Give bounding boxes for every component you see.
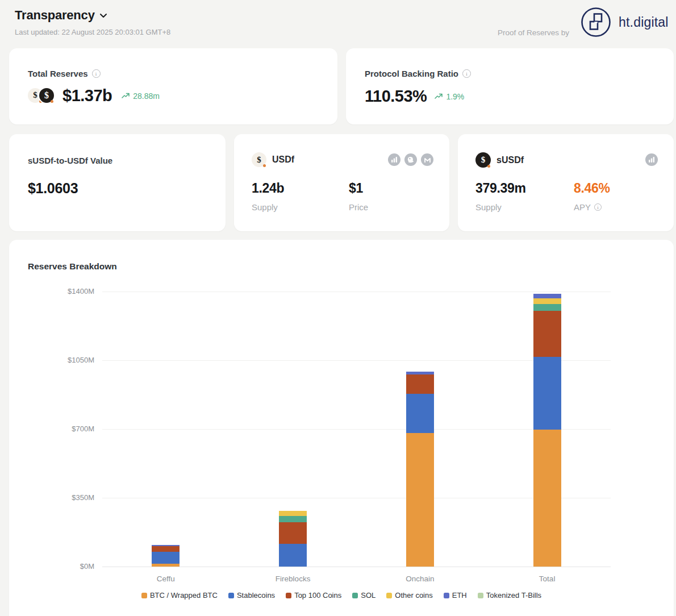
bar-segment-eth [533,294,561,298]
usdf-price-value: $1 [349,181,363,196]
legend-item-tokenized-t-bills[interactable]: Tokenized T-Bills [478,591,541,600]
bar-segment-sol [533,304,561,311]
bar-segment-top-100-coins [406,374,434,394]
reserves-breakdown-card [9,240,674,616]
total-reserves-card: Total Reserves $1.37b 28.88m [9,48,337,124]
usdf-token-label: USDf [272,155,294,165]
bar-segment-btc-wrapped-btc [152,564,180,567]
chevron-down-icon [99,13,107,18]
chart-title: Reserves Breakdown [28,261,117,272]
total-reserves-label: Total Reserves [28,69,88,78]
y-axis-tick-label: $0M [43,562,94,571]
legend-label: BTC / Wrapped BTC [150,591,218,600]
transparency-page: Transparency Last updated: 22 August 202… [0,0,676,616]
stacked-bar-fireblocks[interactable] [279,511,307,567]
usdf-price-label: Price [349,202,368,212]
bar-segment-top-100-coins [279,522,307,544]
backing-ratio-card: Protocol Backing Ratio 110.53% 1.9% [346,48,674,124]
legend-label: Tokenized T-Bills [486,591,541,600]
analytics-link-icon[interactable] [645,153,658,166]
legend-swatch [478,593,483,598]
trend-up-icon [122,93,130,99]
legend-swatch [286,593,291,598]
legend-label: Stablecoins [237,591,275,600]
susdf-coin-icon [38,87,55,104]
legend-label: ETH [452,591,467,600]
y-axis-tick-label: $1050M [43,356,94,364]
susdf-coin-icon [475,152,491,168]
usdf-supply-value: 1.24b [252,181,284,196]
legend-item-sol[interactable]: SOL [352,591,375,600]
bar-segment-top-100-coins [533,311,561,357]
info-icon[interactable] [92,69,101,78]
backing-ratio-label: Protocol Backing Ratio [365,69,458,78]
legend-item-btc-wrapped-btc[interactable]: BTC / Wrapped BTC [141,591,218,600]
legend-swatch [228,593,234,598]
legend-item-stablecoins[interactable]: Stablecoins [228,591,275,600]
analytics-link-icon[interactable] [388,153,400,166]
legend-label: SOL [361,591,375,600]
info-icon[interactable] [462,69,471,78]
backing-ratio-change: 1.9% [446,92,464,101]
susdf-to-usdf-card: sUSDf-to-USDf Value $1.0603 [9,134,226,231]
usdf-supply-label: Supply [252,202,278,212]
coinmarketcap-link-icon[interactable] [421,153,433,166]
last-updated-text: Last updated: 22 August 2025 20:03:01 GM… [15,28,170,36]
page-title: Transparency [15,8,95,23]
x-axis-category-label: Fireblocks [276,575,311,583]
susdf-supply-value: 379.39m [475,181,526,196]
stacked-bar-ceffu[interactable] [152,545,180,567]
ht-digital-logo-icon [581,7,611,38]
susdf-card: sUSDf 379.39m Supply 8.46% APY [458,134,674,231]
bar-segment-sol [279,516,307,522]
susdf-token-label: sUSDf [496,155,524,165]
proof-of-reserves-text: Proof of Reserves by [498,28,569,37]
stacked-bar-total[interactable] [533,294,561,567]
page-title-dropdown[interactable]: Transparency [15,8,107,23]
info-icon[interactable] [594,203,602,211]
backing-ratio-value: 110.53% [365,87,427,106]
susdf-to-usdf-value: $1.0603 [28,180,78,197]
susdf-apy-value: 8.46% [574,181,610,196]
bar-segment-other-coins [533,298,561,304]
usdf-coin-icon [252,152,266,167]
brand-name: ht.digital [619,15,669,30]
total-reserves-value: $1.37b [62,86,112,105]
legend-item-eth[interactable]: ETH [444,591,467,600]
gridline [102,292,611,292]
x-axis-category-label: Onchain [406,575,434,583]
legend-swatch [141,593,147,598]
legend-swatch [444,593,449,598]
y-axis-tick-label: $700M [43,424,94,433]
trend-up-icon [435,93,443,99]
y-axis-tick-label: $350M [43,493,94,502]
y-axis-tick-label: $1400M [43,287,94,295]
susdf-apy-label: APY [574,202,591,212]
susdf-supply-label: Supply [475,202,502,212]
bar-segment-btc-wrapped-btc [406,433,434,567]
legend-swatch [386,593,392,598]
total-reserves-change: 28.88m [133,91,160,101]
legend-item-top-100-coins[interactable]: Top 100 Coins [286,591,341,600]
bar-segment-top-100-coins [152,546,180,552]
susdf-to-usdf-label: sUSDf-to-USDf Value [28,156,112,165]
gridline [102,567,611,567]
stacked-bar-onchain[interactable] [406,372,434,567]
coingecko-link-icon[interactable] [404,153,417,166]
brand-logo-link[interactable]: ht.digital [581,7,669,38]
bar-segment-stablecoins [533,357,561,430]
legend-label: Other coins [395,591,432,600]
chart-legend: BTC / Wrapped BTCStablecoinsTop 100 Coin… [9,591,674,600]
legend-item-other-coins[interactable]: Other coins [386,591,432,600]
bar-segment-stablecoins [406,394,434,433]
legend-label: Top 100 Coins [294,591,341,600]
legend-swatch [352,593,358,598]
x-axis-category-label: Total [539,575,556,583]
bar-segment-btc-wrapped-btc [533,430,561,567]
bar-segment-other-coins [279,511,307,516]
bar-segment-stablecoins [152,552,180,564]
bar-segment-stablecoins [279,544,307,567]
x-axis-category-label: Ceffu [157,575,175,583]
usdf-card: USDf 1.24b Supply $1 Price [234,134,449,231]
